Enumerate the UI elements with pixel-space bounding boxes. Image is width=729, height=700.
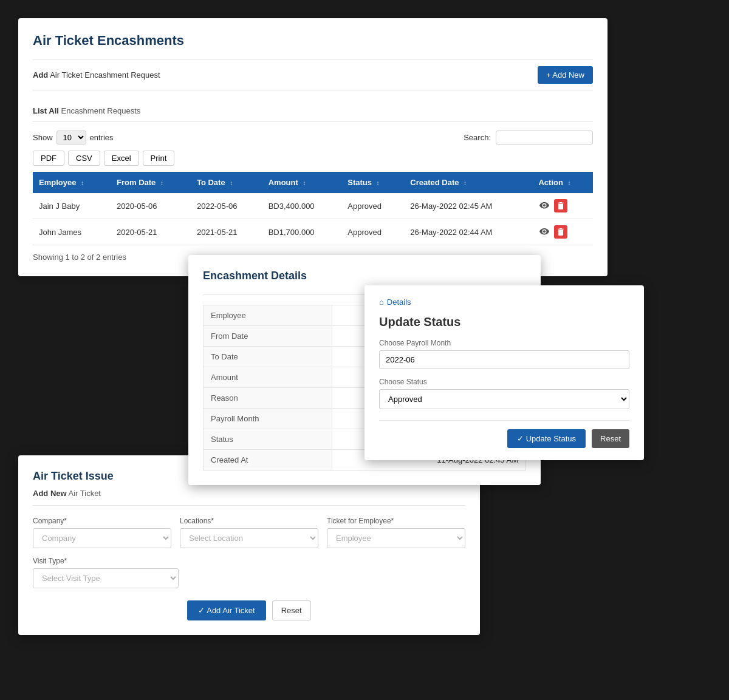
update-status-button[interactable]: ✓ Update Status (507, 429, 586, 448)
print-button[interactable]: Print (143, 151, 175, 166)
table-row: John James 2020-05-21 2021-05-21 BD1,700… (33, 219, 593, 245)
update-title: Update Status (379, 315, 629, 329)
add-section: Add Air Ticket Encashment Request + Add … (33, 59, 593, 90)
company-select[interactable]: Company (33, 528, 171, 548)
view-icon[interactable] (538, 226, 550, 238)
main-panel: Air Ticket Encashments Add Air Ticket En… (18, 18, 608, 276)
details-label: Amount (204, 367, 332, 388)
ticket-form-row-1: Company* Company Locations* Select Locat… (33, 517, 465, 548)
excel-button[interactable]: Excel (104, 151, 139, 166)
locations-select[interactable]: Select Location (180, 528, 318, 548)
payroll-month-input[interactable] (379, 350, 629, 369)
col-employee[interactable]: Employee ↕ (33, 172, 111, 193)
list-section-label: List All Encashment Requests (33, 100, 593, 122)
breadcrumb[interactable]: ⌂ Details (379, 297, 629, 307)
details-label: From Date (204, 326, 332, 347)
entries-select[interactable]: 10 25 50 (56, 131, 86, 144)
ticket-form-row-2: Visit Type* Select Visit Type (33, 557, 465, 588)
export-buttons: PDF CSV Excel Print (33, 151, 593, 166)
cell-amount: BD3,400.000 (262, 193, 342, 219)
cell-created-date: 26-May-2022 02:45 AM (404, 193, 532, 219)
search-box: Search: (464, 131, 593, 144)
locations-label: Locations* (180, 517, 318, 525)
cell-employee: Jain J Baby (33, 193, 111, 219)
col-amount[interactable]: Amount ↕ (262, 172, 342, 193)
details-label: To Date (204, 347, 332, 367)
pdf-button[interactable]: PDF (33, 151, 64, 166)
add-ticket-button[interactable]: ✓ Add Air Ticket (187, 600, 265, 620)
col-to-date[interactable]: To Date ↕ (191, 172, 262, 193)
table-row: Jain J Baby 2020-05-06 2022-05-06 BD3,40… (33, 193, 593, 219)
details-label: Payroll Month (204, 409, 332, 429)
reset-ticket-button[interactable]: Reset (272, 600, 311, 620)
ticket-employee-select[interactable]: Employee (327, 528, 465, 548)
delete-icon[interactable] (554, 199, 567, 212)
page-title: Air Ticket Encashments (33, 33, 593, 49)
cell-to-date: 2021-05-21 (191, 219, 262, 245)
col-status[interactable]: Status ↕ (341, 172, 404, 193)
status-group: Choose Status Approved Pending Rejected (379, 378, 629, 409)
cell-to-date: 2022-05-06 (191, 193, 262, 219)
cell-created-date: 26-May-2022 02:44 AM (404, 219, 532, 245)
update-buttons: ✓ Update Status Reset (379, 420, 629, 448)
show-entries: Show 10 25 50 entries (33, 131, 114, 144)
col-created-date[interactable]: Created Date ↕ (404, 172, 532, 193)
add-section-label: Add Air Ticket Encashment Request (33, 70, 160, 80)
details-title: Encashment Details (203, 270, 526, 282)
encashments-table: Employee ↕ From Date ↕ To Date ↕ Amount … (33, 172, 593, 245)
cell-status: Approved (341, 219, 404, 245)
locations-group: Locations* Select Location (180, 517, 318, 548)
update-panel: ⌂ Details Update Status Choose Payroll M… (364, 285, 644, 460)
csv-button[interactable]: CSV (68, 151, 100, 166)
col-action[interactable]: Action ↕ (532, 172, 593, 193)
status-select[interactable]: Approved Pending Rejected (379, 389, 629, 409)
visit-type-label: Visit Type* (33, 557, 179, 565)
cell-amount: BD1,700.000 (262, 219, 342, 245)
add-new-button[interactable]: + Add New (538, 66, 593, 84)
table-controls: Show 10 25 50 entries Search: (33, 131, 593, 144)
visit-type-group: Visit Type* Select Visit Type (33, 557, 179, 588)
col-from-date[interactable]: From Date ↕ (111, 172, 191, 193)
search-input[interactable] (496, 131, 593, 144)
details-label: Reason (204, 388, 332, 409)
details-label: Employee (204, 305, 332, 326)
cell-from-date: 2020-05-21 (111, 219, 191, 245)
delete-icon[interactable] (554, 225, 567, 239)
ticket-employee-group: Ticket for Employee* Employee (327, 517, 465, 548)
home-icon: ⌂ (379, 297, 384, 307)
status-label: Choose Status (379, 378, 629, 386)
cell-employee: John James (33, 219, 111, 245)
cell-action (532, 193, 593, 219)
company-group: Company* Company (33, 517, 171, 548)
reset-update-button[interactable]: Reset (592, 429, 629, 448)
details-label: Created At (204, 450, 332, 471)
company-label: Company* (33, 517, 171, 525)
cell-status: Approved (341, 193, 404, 219)
cell-action (532, 219, 593, 245)
visit-type-select[interactable]: Select Visit Type (33, 568, 179, 588)
ticket-add-label: Add New Air Ticket (33, 489, 465, 506)
cell-from-date: 2020-05-06 (111, 193, 191, 219)
ticket-buttons: ✓ Add Air Ticket Reset (33, 600, 465, 620)
payroll-month-group: Choose Payroll Month (379, 339, 629, 369)
details-label: Status (204, 429, 332, 450)
search-label: Search: (464, 133, 491, 142)
view-icon[interactable] (538, 200, 550, 212)
ticket-employee-label: Ticket for Employee* (327, 517, 465, 525)
payroll-month-label: Choose Payroll Month (379, 339, 629, 347)
